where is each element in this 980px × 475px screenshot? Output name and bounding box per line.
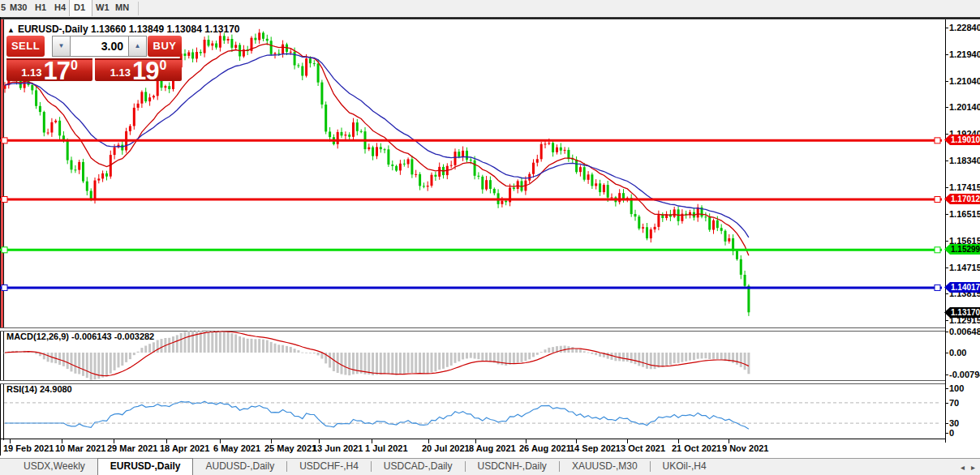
rsi-label: RSI(14) 24.9080 (6, 384, 72, 394)
date-axis-label: 20 Jul 2021 (422, 443, 470, 453)
price-axis-tick (945, 107, 948, 108)
timeframe-button-h1[interactable]: H1 (35, 2, 46, 12)
chart-title: ▲EURUSD-,Daily 1.13660 1.13849 1.13084 1… (7, 24, 240, 35)
macd-axis-tick (945, 374, 948, 375)
macd-name: MACD(12,26,9) (6, 332, 69, 341)
price-axis-border (945, 19, 946, 443)
ask-price-prefix: 1.13 (110, 66, 131, 79)
chart-tab-usdcnh[interactable]: USDCNH-,Daily (466, 459, 559, 475)
date-axis-label: 21 Oct 2021 (672, 443, 721, 453)
timeframe-toolbar: 5M30H1H4D1W1MN (0, 0, 980, 17)
price-axis-label: 1.18340 (949, 156, 980, 165)
date-axis-label: 18 Apr 2021 (160, 443, 209, 453)
date-axis-label: 10 Mar 2021 (55, 443, 105, 453)
macd-values: -0.006143 -0.003282 (71, 332, 154, 341)
date-axis-label: 14 Sep 2021 (570, 443, 621, 453)
price-axis-label: 1.16515 (949, 209, 980, 219)
price-line-tag: 1.17012 (944, 194, 980, 204)
price-line-tag: 1.15299 (944, 244, 980, 255)
price-line-tag: 1.19010 (944, 135, 980, 145)
rsi-axis-tick (945, 433, 948, 434)
price-axis-label: 1.21940 (949, 49, 980, 59)
volume-increase-button[interactable]: ▲ (128, 36, 147, 57)
price-axis-label: 1.21040 (949, 76, 980, 86)
timeframe-button-m30[interactable]: M30 (10, 2, 27, 12)
timeframe-button-5[interactable]: 5 (1, 2, 6, 12)
ohlc-open: 1.13660 (91, 24, 126, 35)
price-axis-tick (945, 134, 948, 135)
rsi-axis-tick (945, 403, 948, 404)
rsi-value: 24.9080 (40, 384, 72, 394)
macd-axis-label: -0.007947 (949, 370, 980, 379)
price-axis-label: 1.14715 (949, 263, 980, 272)
tab-scroll-left-icon[interactable]: ◂ (961, 463, 965, 472)
date-axis-label: 29 Mar 2021 (107, 443, 157, 453)
chart-symbol-period: EURUSD-,Daily (18, 24, 88, 35)
rsi-axis-label: 30 (949, 418, 959, 428)
price-axis-tick (945, 187, 948, 188)
sell-button[interactable]: SELL (6, 36, 45, 57)
rsi-axis-label: 70 (949, 398, 959, 408)
price-line-tag: 1.13170 (944, 307, 980, 318)
price-axis-label: 1.20140 (949, 102, 980, 112)
chart-tab-usdchf[interactable]: USDCHF-,H4 (287, 459, 371, 475)
one-click-trading-widget: SELL ▼ ▲ BUY 1.13 17 0 1.13 19 0 (6, 36, 182, 81)
terminal-window: 5M30H1H4D1W1MN ▲EURUSD-,Daily 1.13660 1.… (0, 0, 980, 475)
sell-price-panel[interactable]: 1.13 17 0 (6, 58, 92, 81)
bid-price-pip: 0 (71, 58, 78, 73)
bid-price-big: 17 (43, 61, 69, 81)
price-axis-tick (945, 267, 948, 268)
spin-up-icon: ▲ (135, 42, 141, 49)
ohlc-close: 1.13170 (204, 24, 239, 35)
rsi-panel-chart[interactable] (0, 383, 945, 439)
price-axis-tick (945, 54, 948, 55)
price-axis-tick (945, 241, 948, 242)
price-axis-tick (945, 28, 948, 28)
timeframe-button-mn[interactable]: MN (115, 2, 129, 12)
chart-tab-xauusd[interactable]: XAUUSD-,M30 (560, 459, 650, 475)
chart-tab-eurusd[interactable]: EURUSD-,Daily (97, 458, 194, 475)
chart-tab-audusd[interactable]: AUDUSD-,Daily (193, 459, 286, 475)
chart-tab-bar: USDX,WeeklyEURUSD-,DailyAUDUSD-,DailyUSD… (0, 458, 980, 475)
price-axis-tick (945, 81, 948, 82)
timeframe-button-h4[interactable]: H4 (54, 2, 66, 12)
price-axis-label: 1.22840 (949, 23, 980, 32)
rsi-name: RSI(14) (6, 384, 37, 394)
macd-axis-label: 0.006485 (949, 327, 980, 336)
macd-label: MACD(12,26,9) -0.006143 -0.003282 (6, 332, 154, 341)
bid-price-prefix: 1.13 (21, 66, 41, 79)
date-axis-label: 6 May 2021 (213, 443, 260, 453)
chart-tab-ukoil[interactable]: UKOil-,H4 (651, 459, 719, 475)
rsi-axis-label: 100 (949, 383, 964, 393)
macd-axis-label: 0.00 (949, 348, 966, 357)
macd-axis-tick (945, 353, 948, 353)
rsi-axis-label: 0 (949, 428, 954, 438)
ohlc-high: 1.13849 (129, 24, 164, 35)
price-axis-label: 1.17415 (949, 182, 980, 192)
date-axis-label: 19 Feb 2021 (3, 443, 54, 453)
buy-button[interactable]: BUY (148, 36, 182, 57)
date-axis-label: 3 Oct 2021 (621, 443, 665, 453)
date-axis-label: 1 Jul 2021 (365, 443, 408, 453)
chart-bottom-border (0, 439, 945, 439)
chart-tab-usdcad[interactable]: USDCAD-,Daily (372, 459, 465, 475)
timeframe-button-w1[interactable]: W1 (96, 2, 110, 12)
price-line-tag: 1.14017 (944, 282, 980, 293)
rsi-axis-tick (945, 423, 948, 424)
volume-input[interactable] (71, 36, 128, 57)
date-axis-label: 26 Aug 2021 (519, 443, 571, 453)
buy-price-panel[interactable]: 1.13 19 0 (95, 58, 182, 81)
toolbar-separator (138, 2, 139, 15)
spin-down-icon: ▼ (58, 42, 65, 49)
ask-price-big: 19 (132, 61, 158, 81)
tab-scroll-right-icon[interactable]: ▸ (971, 463, 975, 472)
date-axis-label: 25 May 2021 (264, 443, 316, 453)
volume-decrease-button[interactable]: ▼ (52, 36, 71, 57)
collapse-triangle-icon[interactable]: ▲ (7, 26, 15, 34)
price-axis-tick (945, 320, 948, 321)
date-axis-label: 13 Jun 2021 (312, 443, 363, 453)
timeframe-button-d1[interactable]: D1 (74, 2, 85, 12)
chart-tab-usdx[interactable]: USDX,Weekly (11, 459, 97, 475)
date-axis-label: 8 Aug 2021 (469, 443, 516, 453)
rsi-axis-tick (945, 388, 948, 389)
